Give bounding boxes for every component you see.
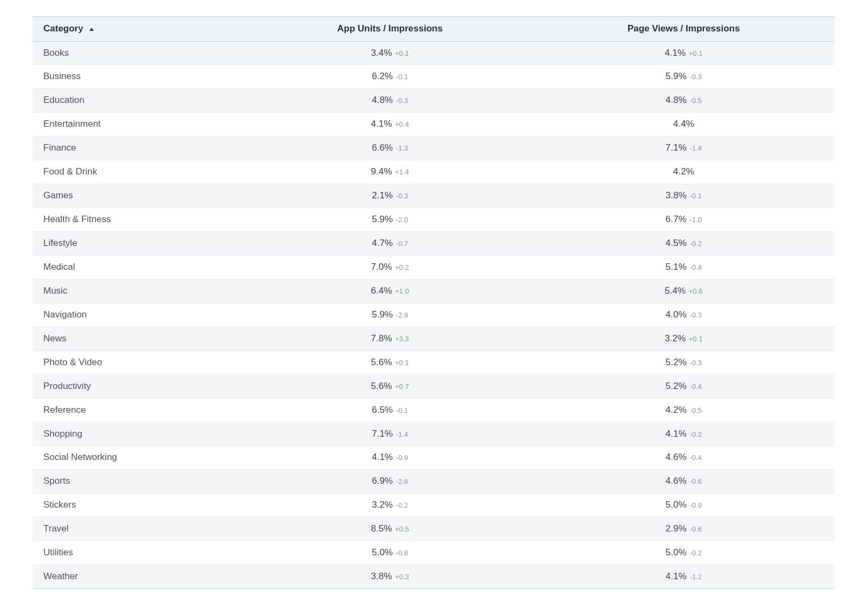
app-units-value: 4.1% bbox=[371, 119, 392, 129]
app-units-delta: +0.3 bbox=[393, 573, 409, 581]
table-row: Health & Fitness5.9% -2.06.7% -1.0 bbox=[33, 208, 834, 232]
app-units-cell: 7.0% +0.2 bbox=[247, 255, 533, 279]
app-units-value: 3.4% bbox=[371, 48, 392, 58]
page-views-value: 4.1% bbox=[665, 48, 686, 58]
page-views-cell: 5.1% -0.4 bbox=[533, 255, 834, 279]
app-units-cell: 7.1% -1.4 bbox=[247, 422, 533, 446]
page-views-cell: 4.2% -0.5 bbox=[533, 398, 834, 422]
app-units-value: 5.6% bbox=[371, 381, 392, 391]
table-row: Shopping7.1% -1.44.1% -0.2 bbox=[33, 422, 834, 446]
page-views-delta: -0.5 bbox=[688, 96, 702, 105]
table-row: Stickers3.2% -0.25.0% -0.9 bbox=[33, 494, 834, 517]
category-cell: Health & Fitness bbox=[33, 208, 247, 232]
app-units-value: 5.9% bbox=[372, 214, 393, 224]
app-units-delta: +0.5 bbox=[393, 525, 409, 533]
page-views-delta: -0.6 bbox=[688, 525, 702, 533]
page-views-value: 4.4% bbox=[673, 119, 694, 129]
page-views-cell: 5.0% -0.2 bbox=[533, 541, 834, 565]
app-units-cell: 6.5% -0.1 bbox=[247, 398, 533, 422]
table-row: News7.8% +3.33.2% +0.1 bbox=[33, 327, 834, 351]
app-units-delta: -2.0 bbox=[394, 216, 408, 224]
page-views-delta: +0.1 bbox=[687, 335, 702, 343]
page-views-value: 5.0% bbox=[665, 500, 687, 510]
app-units-cell: 6.9% -2.8 bbox=[247, 470, 533, 494]
page-views-delta: -0.2 bbox=[688, 549, 702, 557]
app-units-cell: 5.6% +0.1 bbox=[247, 351, 533, 374]
app-units-cell: 2.1% -0.3 bbox=[247, 184, 533, 208]
table-row: Reference6.5% -0.14.2% -0.5 bbox=[33, 398, 834, 422]
table-row: Medical7.0% +0.25.1% -0.4 bbox=[33, 255, 834, 279]
page-views-cell: 4.1% +0.1 bbox=[533, 41, 834, 65]
app-units-cell: 3.4% +0.1 bbox=[247, 41, 533, 65]
page-views-value: 5.0% bbox=[665, 547, 687, 557]
app-units-delta: +0.7 bbox=[393, 382, 409, 391]
category-cell: Games bbox=[33, 184, 247, 208]
page-views-value: 4.2% bbox=[665, 405, 687, 415]
page-views-value: 3.8% bbox=[665, 190, 687, 200]
page-views-value: 5.4% bbox=[665, 286, 686, 296]
table-row: Games2.1% -0.33.8% -0.1 bbox=[33, 184, 834, 208]
app-units-value: 4.8% bbox=[372, 95, 393, 105]
table-row: Photo & Video5.6% +0.15.2% -0.3 bbox=[33, 351, 834, 374]
page-views-delta: -0.1 bbox=[688, 192, 702, 200]
app-units-cell: 6.6% -1.3 bbox=[247, 137, 533, 160]
table-row: Social Networking4.1% -0.94.6% -0.4 bbox=[33, 446, 834, 470]
page-views-cell: 4.6% -0.6 bbox=[533, 470, 834, 494]
table-header-row: Category App Units / Impressions Page Vi… bbox=[33, 17, 834, 42]
app-units-delta: +0.2 bbox=[393, 263, 409, 271]
app-units-value: 2.1% bbox=[372, 190, 393, 200]
app-units-delta: +0.1 bbox=[393, 359, 409, 367]
page-views-value: 4.1% bbox=[665, 429, 687, 439]
app-units-delta: -0.3 bbox=[394, 96, 408, 105]
table-row: Sports6.9% -2.84.6% -0.6 bbox=[33, 470, 834, 494]
page-views-cell: 5.2% -0.4 bbox=[533, 374, 834, 398]
app-units-delta: -0.2 bbox=[394, 501, 408, 509]
page-views-value: 4.1% bbox=[665, 571, 687, 581]
page-views-delta: -1.2 bbox=[688, 573, 702, 581]
table-row: Business6.2% -0.15.9% -0.3 bbox=[33, 65, 834, 89]
page-views-cell: 6.7% -1.0 bbox=[533, 208, 834, 232]
category-cell: Medical bbox=[33, 255, 247, 279]
table-row: Food & Drink9.4% +1.44.2% bbox=[33, 160, 834, 184]
app-units-delta: -2.8 bbox=[394, 477, 408, 485]
category-cell: Finance bbox=[33, 137, 247, 160]
page-views-cell: 3.8% -0.1 bbox=[533, 184, 834, 208]
category-cell: Stickers bbox=[33, 494, 247, 517]
page-views-value: 5.9% bbox=[665, 71, 687, 81]
app-units-value: 5.0% bbox=[372, 547, 393, 557]
table-row: Entertainment4.1% +0.44.4% bbox=[33, 113, 834, 137]
column-header-category[interactable]: Category bbox=[33, 17, 247, 42]
page-views-value: 4.2% bbox=[673, 166, 694, 177]
page-views-cell: 4.2% bbox=[533, 160, 834, 184]
category-cell: Travel bbox=[33, 517, 247, 541]
table-row: Utilities5.0% -0.85.0% -0.2 bbox=[33, 541, 834, 565]
page-views-delta: -0.3 bbox=[688, 359, 702, 367]
page-views-cell: 5.0% -0.9 bbox=[533, 494, 834, 517]
column-header-app-units[interactable]: App Units / Impressions bbox=[247, 17, 533, 42]
app-units-cell: 4.1% +0.4 bbox=[247, 113, 533, 137]
page-views-cell: 4.5% -0.2 bbox=[533, 232, 834, 256]
page-views-value: 4.0% bbox=[665, 309, 687, 320]
app-units-delta: +1.0 bbox=[393, 287, 409, 295]
app-units-delta: -1.4 bbox=[394, 430, 408, 438]
app-units-cell: 6.4% +1.0 bbox=[247, 279, 533, 303]
app-units-delta: -0.9 bbox=[394, 453, 408, 462]
app-units-delta: -0.8 bbox=[394, 549, 408, 557]
category-cell: Shopping bbox=[33, 422, 247, 446]
app-units-value: 4.7% bbox=[372, 238, 393, 248]
page-views-delta: +0.6 bbox=[687, 287, 702, 295]
page-views-delta: -0.2 bbox=[688, 239, 702, 248]
page-views-cell: 4.4% bbox=[533, 113, 834, 137]
page-views-delta: -0.3 bbox=[688, 73, 702, 81]
page-views-value: 4.5% bbox=[665, 238, 687, 248]
column-header-page-views[interactable]: Page Views / Impressions bbox=[533, 17, 834, 42]
app-units-cell: 5.9% -2.0 bbox=[247, 208, 533, 232]
app-units-value: 7.0% bbox=[371, 262, 392, 272]
column-header-label: App Units / Impressions bbox=[337, 23, 443, 34]
page-views-cell: 3.2% +0.1 bbox=[533, 327, 834, 351]
category-cell: Utilities bbox=[33, 541, 247, 565]
category-cell: Weather bbox=[33, 565, 247, 589]
app-units-value: 6.6% bbox=[372, 142, 393, 153]
table-row: Productivity5.6% +0.75.2% -0.4 bbox=[33, 374, 834, 398]
app-units-value: 3.2% bbox=[372, 500, 393, 510]
